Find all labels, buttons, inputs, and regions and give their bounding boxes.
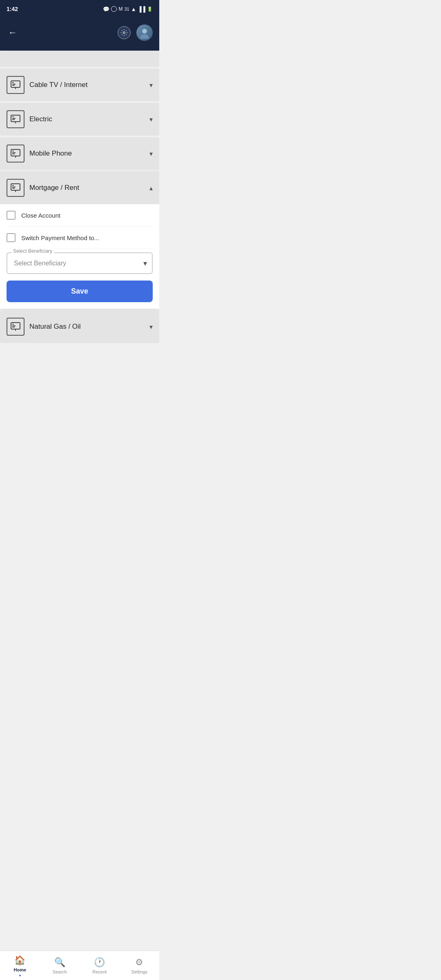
option-row-switch-payment: Switch Payment Method to... [7, 227, 153, 249]
nav-item-recent[interactable]: 🕐 Recent [80, 951, 120, 980]
chevron-down-icon-electric: ▾ [149, 116, 153, 123]
battery-icon: 🔋 [147, 7, 153, 12]
nav-settings-icon: ⚙ [135, 957, 143, 968]
gmail-icon: M [118, 6, 122, 12]
bill-card-mobile-phone: Mobile Phone ▾ [0, 137, 159, 170]
bill-label-mobile-phone: Mobile Phone [29, 149, 72, 158]
chevron-up-icon-mortgage-rent: ▴ [149, 184, 153, 192]
bill-label-cable-tv: Cable TV / Internet [29, 81, 87, 89]
bill-label-mortgage-rent: Mortgage / Rent [29, 184, 79, 192]
wifi-icon: ▲ [131, 6, 136, 12]
nav-item-home[interactable]: 🏠 Home [0, 951, 40, 980]
signal-icon: ▐▐ [138, 6, 145, 12]
nav-label-search: Search [53, 969, 67, 974]
bill-icon-mobile-phone [7, 145, 24, 163]
bill-card-cable-tv: Cable TV / Internet ▾ [0, 69, 159, 101]
svg-point-3 [143, 29, 147, 33]
calendar-icon: 31 [124, 7, 129, 11]
chevron-down-icon-natural-gas: ▾ [149, 323, 153, 331]
select-beneficiary-label: Select Beneficiary [11, 248, 54, 254]
chevron-down-icon-mobile-phone: ▾ [149, 150, 153, 158]
main-content: Cable TV / Internet ▾ Electric ▾ [0, 51, 159, 377]
bill-item-mobile-phone[interactable]: Mobile Phone ▾ [0, 137, 159, 170]
avatar-image [136, 24, 153, 41]
recent-icon: 🕐 [94, 957, 105, 968]
bill-item-electric[interactable]: Electric ▾ [0, 103, 159, 136]
bill-item-left-mortgage-rent: Mortgage / Rent [7, 179, 79, 197]
svg-point-0 [123, 32, 125, 34]
bill-icon-electric [7, 110, 24, 128]
bottom-padding [0, 345, 159, 377]
bill-item-cable-tv[interactable]: Cable TV / Internet ▾ [0, 69, 159, 101]
bill-label-natural-gas: Natural Gas / Oil [29, 323, 81, 331]
option-label-close-account: Close Account [21, 212, 60, 219]
bill-item-natural-gas[interactable]: Natural Gas / Oil ▾ [0, 310, 159, 343]
bill-item-left-cable-tv: Cable TV / Internet [7, 76, 87, 94]
bill-item-left-mobile-phone: Mobile Phone [7, 145, 72, 163]
back-button[interactable]: ← [7, 26, 19, 40]
bill-label-electric: Electric [29, 115, 52, 123]
messenger-icon: 💬 [103, 6, 109, 12]
status-bar: 1:42 💬 M 31 ▲ ▐▐ 🔋 [0, 0, 159, 18]
svg-point-2 [140, 34, 149, 39]
nav-label-settings: Settings [131, 969, 147, 974]
select-beneficiary-wrapper: Select Beneficiary Select Beneficiary ▾ [7, 252, 153, 274]
status-icons: 💬 M 31 ▲ ▐▐ 🔋 [103, 6, 153, 12]
save-button[interactable]: Save [7, 281, 153, 302]
bill-card-natural-gas: Natural Gas / Oil ▾ [0, 310, 159, 343]
top-scroll-partial [0, 51, 159, 67]
bill-icon-mortgage-rent [7, 179, 24, 197]
checkbox-switch-payment[interactable] [7, 233, 16, 242]
expanded-options-mortgage-rent: Close Account Switch Payment Method to..… [0, 204, 159, 309]
search-icon: 🔍 [54, 957, 65, 968]
nav-label-home: Home [13, 967, 26, 972]
circle-icon [111, 6, 117, 12]
checkbox-close-account[interactable] [7, 211, 16, 220]
nav-active-dot-home [19, 975, 21, 976]
bottom-nav: 🏠 Home 🔍 Search 🕐 Recent ⚙ Settings [0, 951, 159, 980]
bill-card-electric: Electric ▾ [0, 103, 159, 136]
bill-item-mortgage-rent[interactable]: Mortgage / Rent ▴ [0, 172, 159, 204]
bill-item-left-electric: Electric [7, 110, 52, 128]
home-icon: 🏠 [14, 955, 25, 966]
settings-icon-button[interactable] [117, 25, 131, 40]
chevron-down-icon-cable-tv: ▾ [149, 81, 153, 89]
bill-icon-cable-tv [7, 76, 24, 94]
status-time: 1:42 [7, 6, 18, 12]
header-right [117, 24, 153, 41]
nav-item-settings[interactable]: ⚙ Settings [120, 951, 160, 980]
option-row-close-account: Close Account [7, 204, 153, 227]
option-label-switch-payment: Switch Payment Method to... [21, 234, 99, 241]
settings-gear-icon [118, 26, 131, 39]
nav-label-recent: Recent [92, 969, 107, 974]
select-beneficiary-dropdown[interactable]: Select Beneficiary [7, 252, 153, 274]
nav-item-search[interactable]: 🔍 Search [40, 951, 80, 980]
bill-card-mortgage-rent: Mortgage / Rent ▴ Close Account Switch P… [0, 172, 159, 309]
bill-icon-natural-gas [7, 318, 24, 336]
avatar[interactable] [136, 24, 153, 41]
bill-item-left-natural-gas: Natural Gas / Oil [7, 318, 81, 336]
header: ← [0, 18, 159, 51]
